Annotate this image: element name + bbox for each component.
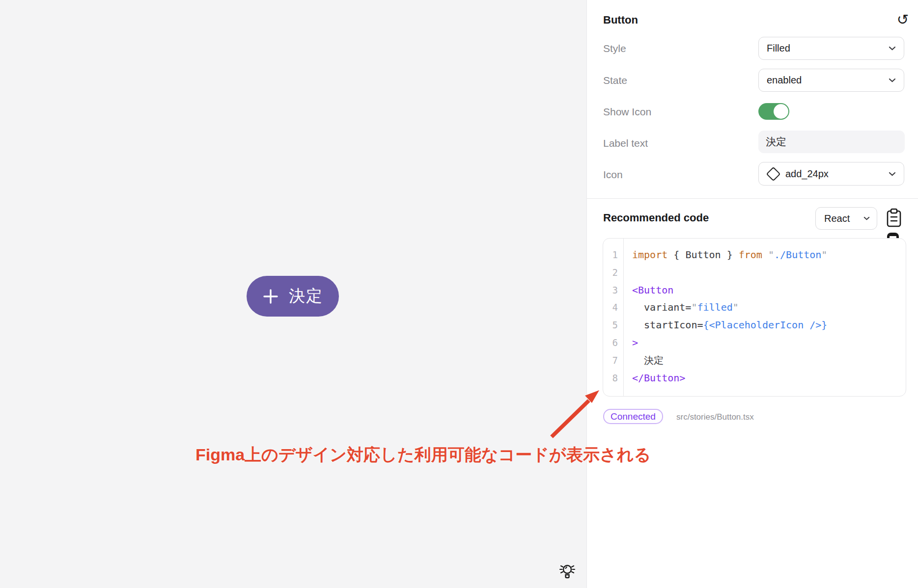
annotation-text: Figma上のデザイン対応した利用可能なコードが表示される bbox=[195, 444, 687, 466]
state-label: State bbox=[603, 75, 627, 86]
code-line: > bbox=[632, 334, 906, 352]
chevron-down-icon bbox=[889, 78, 896, 82]
storybook-window: 決定 Figma上のデザイン対応した利用可能なコードが表示される Button … bbox=[0, 0, 918, 588]
code-line-number: 2 bbox=[603, 264, 618, 282]
demo-filled-button[interactable]: 決定 bbox=[247, 276, 339, 317]
toggle-knob bbox=[774, 104, 788, 119]
plus-icon bbox=[262, 288, 279, 305]
preview-canvas: 決定 Figma上のデザイン対応した利用可能なコードが表示される bbox=[0, 0, 587, 588]
component-title: Button bbox=[603, 14, 638, 27]
connected-status-badge[interactable]: Connected bbox=[603, 409, 663, 424]
code-line: </Button> bbox=[632, 370, 906, 387]
state-select[interactable]: enabled bbox=[758, 69, 904, 92]
section-divider bbox=[587, 198, 918, 199]
copy-code-icon[interactable] bbox=[886, 208, 902, 228]
chevron-down-icon bbox=[889, 46, 896, 51]
source-file-path: src/stories/Button.tsx bbox=[676, 412, 754, 422]
code-line-numbers: 12345678 bbox=[603, 239, 624, 396]
lightbulb-icon[interactable] bbox=[559, 561, 576, 579]
code-line-number: 4 bbox=[603, 299, 618, 317]
code-line-number: 3 bbox=[603, 282, 618, 299]
style-value: Filled bbox=[767, 43, 889, 54]
label-text-input[interactable] bbox=[758, 131, 905, 153]
icon-value: add_24px bbox=[785, 168, 889, 180]
code-line: 決定 bbox=[632, 352, 906, 370]
show-icon-toggle[interactable] bbox=[758, 103, 789, 120]
chevron-down-icon bbox=[863, 216, 870, 220]
code-line-number: 7 bbox=[603, 352, 618, 370]
code-block[interactable]: 12345678 import { Button } from "./Butto… bbox=[603, 238, 906, 397]
demo-button-label: 決定 bbox=[289, 285, 323, 307]
label-text-label: Label text bbox=[603, 137, 648, 149]
code-line bbox=[632, 264, 906, 282]
show-icon-label: Show Icon bbox=[603, 106, 651, 118]
diamond-outline-icon bbox=[766, 166, 781, 181]
annotation-arrow bbox=[538, 379, 612, 448]
code-section-heading: Recommended code bbox=[603, 212, 709, 224]
controls-panel: Button ↺ Style Filled State enabled Show… bbox=[587, 0, 918, 588]
code-line: variant="filled" bbox=[632, 299, 906, 317]
code-lines: import { Button } from "./Button" <Butto… bbox=[624, 239, 906, 396]
code-line-number: 1 bbox=[603, 246, 618, 264]
icon-label: Icon bbox=[603, 169, 623, 181]
code-language-value: React bbox=[824, 213, 863, 224]
chevron-down-icon bbox=[889, 172, 896, 176]
state-value: enabled bbox=[767, 75, 889, 86]
reset-controls-icon[interactable]: ↺ bbox=[894, 11, 912, 28]
code-language-select[interactable]: React bbox=[815, 207, 877, 230]
icon-select[interactable]: add_24px bbox=[758, 162, 904, 186]
code-line-number: 6 bbox=[603, 334, 618, 352]
code-line-number: 5 bbox=[603, 317, 618, 334]
code-line: import { Button } from "./Button" bbox=[632, 246, 906, 264]
code-line: startIcon={<PlaceholderIcon />} bbox=[632, 317, 906, 334]
style-label: Style bbox=[603, 43, 626, 54]
code-line: <Button bbox=[632, 282, 906, 299]
style-select[interactable]: Filled bbox=[758, 37, 904, 60]
